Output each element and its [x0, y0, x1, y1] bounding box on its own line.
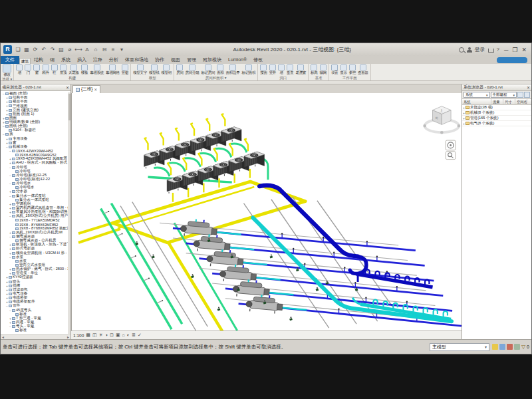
- ribbon-button-墙[interactable]: 墙: [15, 65, 23, 75]
- view-tab-close-icon[interactable]: ✕: [94, 87, 97, 92]
- system-column-2[interactable]: 尺寸: [503, 99, 515, 104]
- drawing-area[interactable]: 上前: [71, 93, 462, 331]
- ribbon-button-构件[interactable]: 构件: [41, 65, 49, 75]
- system-row[interactable]: +电气(8 个系统): [462, 121, 531, 126]
- ribbon-button-屋顶[interactable]: 屋顶: [59, 65, 67, 75]
- ribbon-button-标记房间[interactable]: 标记房间: [200, 65, 215, 75]
- user-interface-icon[interactable]: ▾: [118, 46, 126, 54]
- constraints-icon[interactable]: ✓: [138, 332, 142, 338]
- system-column-1[interactable]: 流量: [491, 99, 503, 104]
- ribbon-button-窗[interactable]: 窗: [33, 65, 41, 75]
- ribbon-tab-系统[interactable]: 系统: [58, 56, 74, 64]
- ribbon-tab-视图[interactable]: 视图: [168, 56, 184, 64]
- sync-icon[interactable]: ⟳: [31, 46, 39, 54]
- ribbon-tab-协作[interactable]: 协作: [152, 56, 168, 64]
- viewcube[interactable]: 上前: [423, 106, 460, 134]
- ribbon-button-幕墙系统[interactable]: 幕墙系统: [89, 65, 104, 75]
- ribbon-button-参照[interactable]: 参照: [348, 65, 356, 75]
- ribbon-tab-管理[interactable]: 管理: [184, 56, 200, 64]
- reveal-hidden-icon[interactable]: ◐: [127, 332, 130, 338]
- view-tab-3d[interactable]: {三维} ✕: [72, 85, 100, 93]
- ribbon-tab-钢[interactable]: 钢: [47, 56, 58, 64]
- save-icon[interactable]: ▦: [23, 46, 31, 54]
- ribbon-button-查看器[interactable]: 查看器: [357, 65, 369, 75]
- open-icon[interactable]: ❏: [14, 46, 22, 54]
- section-icon[interactable]: ⊟: [100, 46, 108, 54]
- worksharing-icon[interactable]: [492, 344, 498, 350]
- measure-icon[interactable]: ⌀: [66, 46, 74, 54]
- cooling-tower-row-1[interactable]: [144, 114, 241, 168]
- navigation-bar[interactable]: [446, 140, 456, 160]
- search-icon[interactable]: [459, 47, 464, 53]
- close-button[interactable]: ✕: [519, 47, 529, 53]
- project-browser-close-icon[interactable]: ✕: [66, 85, 69, 90]
- ribbon-button-柱[interactable]: 柱: [51, 65, 59, 75]
- system-view-dropdown[interactable]: 系统▾: [464, 92, 490, 98]
- ribbon-help-pill[interactable]: [497, 57, 527, 63]
- ribbon-button-轴网[interactable]: 轴网: [319, 65, 327, 75]
- shadows-icon[interactable]: ◑: [105, 332, 108, 338]
- restore-button[interactable]: ❐: [510, 47, 519, 53]
- ribbon-button-房间[interactable]: 房间: [176, 65, 184, 75]
- ribbon-button-天花板[interactable]: 天花板: [68, 65, 80, 75]
- ribbon-button-设置[interactable]: 设置: [331, 65, 338, 75]
- aligned-dimension-icon[interactable]: ⟷: [74, 46, 82, 54]
- ribbon-tab-分析[interactable]: 分析: [106, 56, 122, 64]
- temporary-hide-icon[interactable]: ⌂: [122, 332, 125, 338]
- project-browser-hscrollbar[interactable]: ◄►: [1, 334, 70, 339]
- column-settings-icon[interactable]: [524, 92, 530, 98]
- tab-file[interactable]: 文件: [1, 56, 19, 64]
- default-3d-view-icon[interactable]: ⌂: [92, 46, 100, 54]
- sun-path-icon[interactable]: ☀: [99, 332, 103, 338]
- autofit-columns-icon[interactable]: [517, 92, 523, 98]
- press-drag-icon[interactable]: [514, 344, 520, 350]
- ribbon-button-垂直[interactable]: 垂直: [286, 65, 294, 75]
- ribbon-tab-插入[interactable]: 插入: [74, 56, 90, 64]
- thin-lines-icon[interactable]: ≡: [109, 46, 117, 54]
- ribbon-button-面积[interactable]: 面积: [216, 65, 224, 75]
- scale-button[interactable]: 1:100: [73, 333, 84, 338]
- revit-app-menu-icon[interactable]: R: [3, 45, 12, 54]
- exclude-options-icon[interactable]: [507, 344, 513, 350]
- ribbon-tab-建筑[interactable]: 建筑: [19, 58, 31, 64]
- ribbon-button-显示[interactable]: 显示: [339, 65, 347, 75]
- project-browser-vscrollbar[interactable]: [68, 92, 70, 334]
- design-option-dropdown[interactable]: 主模型▾: [430, 343, 489, 351]
- app-store-icon[interactable]: [488, 49, 494, 53]
- worksharing-display-icon[interactable]: ≣: [132, 332, 136, 338]
- ribbon-button-修改[interactable]: 修改: [2, 65, 12, 77]
- ribbon-tab-注释[interactable]: 注释: [90, 56, 106, 64]
- ribbon-button-面积边界[interactable]: 面积边界: [225, 65, 241, 75]
- ribbon-button-按面[interactable]: 按面: [259, 65, 267, 75]
- detail-level-icon[interactable]: ▦: [86, 332, 90, 338]
- tree-item[interactable]: 标准: [1, 329, 70, 332]
- help-icon[interactable]: ?: [497, 47, 499, 53]
- ribbon-button-竖井[interactable]: 竖井: [269, 65, 277, 75]
- ribbon-tab-附加模块[interactable]: 附加模块: [200, 56, 225, 64]
- undo-icon[interactable]: ↶: [40, 46, 48, 54]
- crop-view-icon[interactable]: ⊡: [110, 332, 114, 338]
- ribbon-tab-Lumion®[interactable]: Lumion®: [225, 56, 250, 64]
- ribbon-button-标高[interactable]: 标高: [310, 65, 318, 75]
- crop-region-icon[interactable]: ▣: [116, 332, 120, 338]
- text-icon[interactable]: A: [83, 46, 91, 54]
- ribbon-button-房间分隔[interactable]: 房间分隔: [185, 65, 200, 75]
- ribbon-button-模型线[interactable]: 模型线: [148, 65, 160, 75]
- ribbon-button-标记面积[interactable]: 标记面积: [241, 65, 256, 75]
- ribbon-button-模型组[interactable]: 模型组: [161, 65, 173, 75]
- system-browser-close-icon[interactable]: ✕: [527, 85, 530, 90]
- ribbon-button-幕墙网格[interactable]: 幕墙网格: [105, 65, 120, 75]
- system-column-3[interactable]: 空间名称: [515, 99, 527, 104]
- minimize-button[interactable]: ─: [502, 47, 510, 53]
- ribbon-button-竖梃[interactable]: 竖梃: [121, 65, 129, 75]
- sign-in-label[interactable]: 登录: [475, 46, 485, 53]
- ribbon-button-门[interactable]: 门: [24, 65, 32, 75]
- discipline-dropdown[interactable]: 全部规程▾: [491, 92, 517, 98]
- visual-style-icon[interactable]: ◫: [92, 332, 97, 338]
- ribbon-tab-体量和场地[interactable]: 体量和场地: [122, 56, 152, 64]
- ribbon-tab-结构[interactable]: 结构: [31, 56, 47, 64]
- editing-requests-icon[interactable]: [499, 344, 505, 350]
- system-column-0[interactable]: 系统: [462, 99, 491, 104]
- ribbon-button-老虎窗[interactable]: 老虎窗: [295, 65, 307, 75]
- model-3d-view[interactable]: 上前: [72, 93, 462, 331]
